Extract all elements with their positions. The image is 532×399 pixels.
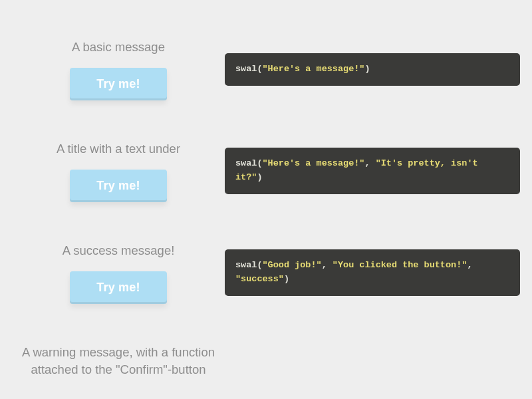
code-arg: "You clicked the button!" [332, 260, 467, 270]
code-arg: "Here's a message!" [263, 64, 365, 74]
try-me-button[interactable]: Try me! [70, 271, 166, 304]
code-fn: swal [235, 158, 257, 168]
example-title: A success message! [60, 242, 178, 259]
code-fn: swal [235, 64, 257, 74]
code-paren: ) [257, 172, 262, 182]
code-paren: ( [257, 64, 262, 74]
code-block: swal("Good job!", "You clicked the butto… [225, 249, 520, 296]
try-me-button[interactable]: Try me! [70, 68, 166, 100]
code-comma: , [364, 158, 375, 168]
example-left: A warning message, with a function attac… [12, 344, 225, 390]
example-left: A title with a text under Try me! [12, 140, 225, 202]
example-row: A title with a text under Try me! swal("… [0, 140, 532, 202]
code-comma: , [467, 260, 472, 270]
code-paren: ) [364, 64, 370, 74]
code-fn: swal [235, 260, 257, 270]
code-comma: , [322, 260, 332, 270]
example-row: A success message! Try me! swal("Good jo… [0, 242, 532, 304]
example-left: A basic message Try me! [12, 39, 225, 100]
code-arg: "Here's a message!" [263, 158, 365, 168]
code-paren: ( [257, 260, 262, 270]
code-paren: ( [257, 158, 262, 168]
code-block: swal("Here's a message!") [225, 53, 520, 86]
example-row: A basic message Try me! swal("Here's a m… [0, 39, 532, 100]
example-left: A success message! Try me! [12, 242, 225, 304]
code-arg: "success" [235, 274, 284, 284]
example-title: A warning message, with a function attac… [12, 344, 225, 378]
try-me-button[interactable]: Try me! [70, 170, 166, 202]
code-arg: "Good job!" [263, 260, 322, 270]
example-title: A basic message [69, 39, 168, 56]
code-paren: ) [284, 274, 289, 284]
code-block: swal("Here's a message!", "It's pretty, … [225, 148, 520, 194]
example-row: A warning message, with a function attac… [0, 344, 532, 390]
example-title: A title with a text under [54, 140, 183, 158]
